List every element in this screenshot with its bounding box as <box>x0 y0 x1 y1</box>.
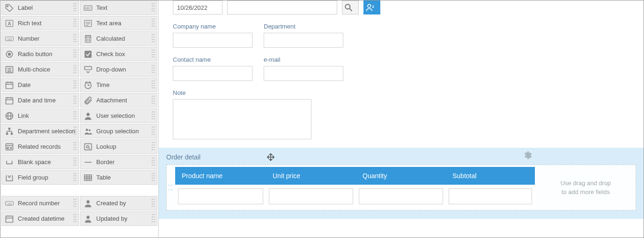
palette-item-text[interactable]: ABC Text <box>80 0 158 15</box>
palette-item-blankspace[interactable]: Blank space <box>1 155 79 169</box>
palette-item-label[interactable]: Label <box>1 0 79 15</box>
palette-label: Lookup <box>96 143 117 150</box>
subtotal-cell[interactable] <box>449 188 532 204</box>
svg-point-15 <box>86 40 87 41</box>
svg-point-51 <box>86 145 89 148</box>
palette-item-attachment[interactable]: Attachment <box>80 93 158 108</box>
move-icon[interactable] <box>266 152 275 162</box>
palette-label: Border <box>96 159 115 166</box>
palette-item-number[interactable]: 123 Number <box>1 31 79 46</box>
palette-item-multichoice[interactable]: Multi-choice <box>1 62 79 77</box>
palette-item-richtext[interactable]: A Rich text <box>1 16 79 30</box>
number-123-icon: 123 <box>5 199 14 208</box>
table-row <box>175 185 535 208</box>
palette-label: Text area <box>96 20 121 27</box>
palette-label: Blank space <box>18 159 51 166</box>
palette-item-fieldgroup[interactable]: Field group <box>1 170 79 185</box>
drag-grip-icon <box>73 34 77 44</box>
palette-item-createddatetime[interactable]: Created datetime <box>1 211 79 226</box>
text-abc-icon: ABC <box>83 3 93 13</box>
svg-point-61 <box>86 200 89 203</box>
palette-label: Check box <box>96 50 125 58</box>
order-detail-title: Order detail <box>166 153 200 161</box>
drag-grip-icon <box>151 34 155 44</box>
palette-item-recordnumber[interactable]: 123 Record number <box>1 196 79 210</box>
palette-label: Calculated <box>96 35 125 42</box>
svg-rect-12 <box>86 36 89 37</box>
svg-point-43 <box>6 132 8 135</box>
search-icon <box>344 3 353 12</box>
user-icon <box>83 111 93 121</box>
lookup-search-input[interactable] <box>227 0 337 14</box>
svg-point-67 <box>368 4 371 7</box>
palette-item-time[interactable]: Time <box>80 78 158 92</box>
palette-label: Record number <box>18 200 60 207</box>
drag-grip-icon <box>73 80 77 90</box>
palette-item-textarea[interactable]: Text area <box>80 16 158 30</box>
drag-grip-icon <box>151 126 155 137</box>
svg-rect-34 <box>6 98 13 104</box>
svg-rect-19 <box>84 50 91 58</box>
blank-space-icon <box>5 158 14 167</box>
email-input[interactable] <box>264 66 343 81</box>
palette-item-relatedrecords[interactable]: Related records <box>1 139 79 154</box>
user-icon <box>83 214 93 224</box>
table-dropzone[interactable]: ⋮⋮ Product name Unit price Quantity Subt… <box>166 165 636 210</box>
palette-label: Radio button <box>18 50 52 58</box>
svg-point-45 <box>86 129 88 131</box>
palette-item-border[interactable]: Border <box>80 155 158 169</box>
palette-item-lookup[interactable]: Lookup <box>80 139 158 154</box>
col-product-name: Product name <box>175 172 266 180</box>
palette-item-dropdown[interactable]: Drop-down <box>80 62 158 77</box>
drag-grip-icon <box>151 198 155 209</box>
gear-icon[interactable] <box>523 151 532 160</box>
order-detail-section[interactable]: Order detail ⋮⋮ Product name Unit price … <box>159 148 644 219</box>
list-icon <box>5 65 14 74</box>
date-input[interactable] <box>173 0 222 14</box>
product-name-cell[interactable] <box>178 188 263 204</box>
globe-icon <box>5 111 14 121</box>
user-picker-button[interactable] <box>363 0 380 14</box>
note-input[interactable] <box>173 99 311 139</box>
palette-item-radio[interactable]: Radio button <box>1 47 79 61</box>
palette-item-updatedby[interactable]: Updated by <box>80 211 158 226</box>
svg-rect-25 <box>6 82 13 88</box>
company-name-label: Company name <box>173 23 252 30</box>
drag-grip-icon <box>151 18 155 29</box>
unit-price-cell[interactable] <box>269 188 353 204</box>
palette-item-userselection[interactable]: User selection <box>80 108 158 123</box>
search-button[interactable] <box>342 0 359 14</box>
palette-label: Date <box>18 81 30 88</box>
clock-icon <box>83 80 93 90</box>
palette-label: Department selection <box>18 128 75 135</box>
svg-point-64 <box>86 216 89 219</box>
svg-rect-50 <box>84 144 91 150</box>
richtext-a-icon: A <box>5 19 14 28</box>
palette-item-calculated[interactable]: Calculated <box>80 31 158 46</box>
svg-point-13 <box>86 39 87 40</box>
palette-item-createdby[interactable]: Created by <box>80 196 158 210</box>
palette-label: Created by <box>96 200 126 207</box>
palette-label: Table <box>96 174 111 181</box>
palette-item-checkbox[interactable]: Check box <box>80 47 158 61</box>
contact-name-input[interactable] <box>173 66 252 81</box>
quantity-cell[interactable] <box>359 188 443 204</box>
palette-item-date[interactable]: Date <box>1 78 79 92</box>
svg-rect-24 <box>84 66 91 70</box>
palette-item-link[interactable]: Link <box>1 108 79 123</box>
company-name-input[interactable] <box>173 33 252 48</box>
palette-label: Attachment <box>96 97 127 104</box>
palette-item-groupselection[interactable]: Group selection <box>80 124 158 138</box>
palette-label: Updated by <box>96 215 128 222</box>
svg-point-49 <box>7 147 8 148</box>
related-records-icon <box>5 142 14 151</box>
svg-point-42 <box>8 127 11 130</box>
palette-item-datetime[interactable]: Date and time <box>1 93 79 108</box>
palette-item-departmentselection[interactable]: Department selection <box>1 124 79 138</box>
palette-item-table[interactable]: Table <box>80 170 158 185</box>
group-icon <box>83 127 93 136</box>
department-input[interactable] <box>264 33 343 48</box>
row-drag-handle[interactable]: ⋮⋮ <box>169 167 172 208</box>
drag-grip-icon <box>73 173 77 183</box>
radio-icon <box>5 50 14 59</box>
